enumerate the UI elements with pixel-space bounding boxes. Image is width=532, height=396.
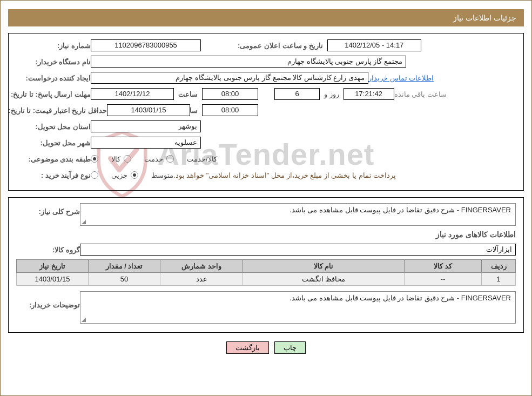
td-date: 1403/01/15: [17, 273, 89, 286]
delivery-province-label: استان محل تحویل:: [21, 123, 91, 131]
section-title: جزئیات اطلاعات نیاز: [453, 14, 516, 22]
price-validity-time-field: 08:00: [202, 104, 258, 116]
classification-label: طبقه بندی موضوعی:: [21, 155, 91, 163]
need-number-label: شماره نیاز:: [21, 42, 91, 50]
time-remaining-field: 17:21:42: [344, 88, 394, 100]
button-row: چاپ بازگشت: [1, 341, 531, 354]
buyer-org-label: نام دستگاه خریدار:: [21, 58, 91, 66]
radio-partial[interactable]: [91, 171, 98, 179]
general-desc-text: FINGERSAVER - شرح دقیق تقاضا در فایل پیو…: [289, 206, 511, 214]
price-validity-label: حداقل تاریخ اعتبار قیمت: تا تاریخ:: [21, 106, 107, 115]
th-code: کد کالا: [405, 260, 482, 273]
requester-label: ایجاد کننده درخواست:: [21, 74, 91, 82]
group-label: گروه کالا:: [21, 246, 80, 254]
td-row: 1: [482, 273, 516, 286]
classification-radios: کالا خدمت کالا/خدمت: [91, 155, 217, 163]
buyer-contact-link[interactable]: اطلاعات تماس خریدار: [368, 74, 434, 82]
radio-service-label: خدمت: [144, 155, 163, 163]
radio-medium[interactable]: [131, 171, 138, 179]
general-desc-label: شرح کلی نیاز:: [21, 203, 80, 216]
table-header-row: ردیف کد کالا نام کالا واحد شمارش تعداد /…: [17, 260, 516, 273]
td-code: --: [405, 273, 482, 286]
delivery-province-field: بوشهر: [91, 120, 201, 132]
th-qty: تعداد / مقدار: [89, 260, 160, 273]
buyer-notes-text: FINGERSAVER - شرح دقیق تقاضا در فایل پیو…: [289, 294, 511, 302]
purchase-note: پرداخت تمام یا بخشی از مبلغ خرید،از محل …: [173, 171, 396, 179]
buyer-org-field: مجتمع گاز پارس جنوبی پالایشگاه چهارم: [91, 56, 406, 68]
radio-medium-label: متوسط: [151, 171, 173, 179]
items-heading: اطلاعات کالاهای مورد نیاز: [16, 230, 516, 239]
resize-grip-icon[interactable]: [82, 220, 86, 224]
price-validity-date-field: 1403/01/15: [107, 104, 190, 116]
radio-partial-label: جزیی: [111, 171, 127, 179]
table-row: 1 -- محافظ انگشت عدد 50 1403/01/15: [17, 273, 516, 286]
radio-service[interactable]: [124, 155, 131, 163]
radio-goods[interactable]: [91, 155, 98, 163]
td-unit: عدد: [160, 273, 243, 286]
requester-field: مهدی زارع کارشناس کالا مجتمع گاز پارس جن…: [91, 72, 368, 84]
th-name: نام کالا: [243, 260, 405, 273]
announce-label: تاریخ و ساعت اعلان عمومی:: [238, 42, 323, 50]
section-header: جزئیات اطلاعات نیاز: [8, 9, 524, 26]
th-row: ردیف: [482, 260, 516, 273]
days-and-label: روز و: [324, 90, 339, 98]
back-button[interactable]: بازگشت: [226, 341, 269, 354]
th-date: تاریخ نیاز: [17, 260, 89, 273]
remaining-label: ساعت باقی مانده: [394, 90, 447, 98]
purchase-type-radios: جزیی متوسط: [91, 171, 173, 179]
purchase-type-label: نوع فرآیند خرید :: [21, 171, 91, 179]
resize-grip-icon[interactable]: [82, 318, 86, 322]
delivery-city-label: شهر محل تحویل:: [21, 139, 91, 147]
page-container: AriaTender.net جزئیات اطلاعات نیاز شماره…: [0, 0, 532, 396]
items-table: ردیف کد کالا نام کالا واحد شمارش تعداد /…: [16, 259, 516, 286]
radio-goods-service[interactable]: [166, 155, 174, 163]
td-qty: 50: [89, 273, 160, 286]
general-desc-field: FINGERSAVER - شرح دقیق تقاضا در فایل پیو…: [80, 203, 516, 226]
th-unit: واحد شمارش: [160, 260, 243, 273]
radio-goods-label: کالا: [111, 155, 120, 163]
delivery-city-field: عسلویه: [91, 137, 201, 149]
group-field: ابزارآلات: [80, 244, 516, 256]
days-remaining-field: 6: [274, 88, 320, 100]
reply-deadline-date-field: 1402/12/12: [91, 88, 174, 100]
reply-deadline-label: مهلت ارسال پاسخ: تا تاریخ:: [21, 90, 91, 98]
reply-deadline-time-field: 08:00: [202, 88, 258, 100]
buyer-notes-label: توضیحات خریدار:: [21, 291, 80, 309]
info-panel: شماره نیاز: 1102096783000955 تاریخ و ساع…: [8, 33, 524, 191]
time-label-1: ساعت: [178, 90, 198, 98]
details-panel: شرح کلی نیاز: FINGERSAVER - شرح دقیق تقا…: [8, 197, 524, 333]
need-number-field: 1102096783000955: [91, 39, 201, 51]
announce-field: 1402/12/05 - 14:17: [327, 39, 421, 51]
td-name: محافظ انگشت: [243, 273, 405, 286]
radio-goods-service-label: کالا/خدمت: [187, 155, 217, 163]
print-button[interactable]: چاپ: [274, 341, 306, 354]
buyer-notes-field: FINGERSAVER - شرح دقیق تقاضا در فایل پیو…: [80, 291, 516, 324]
